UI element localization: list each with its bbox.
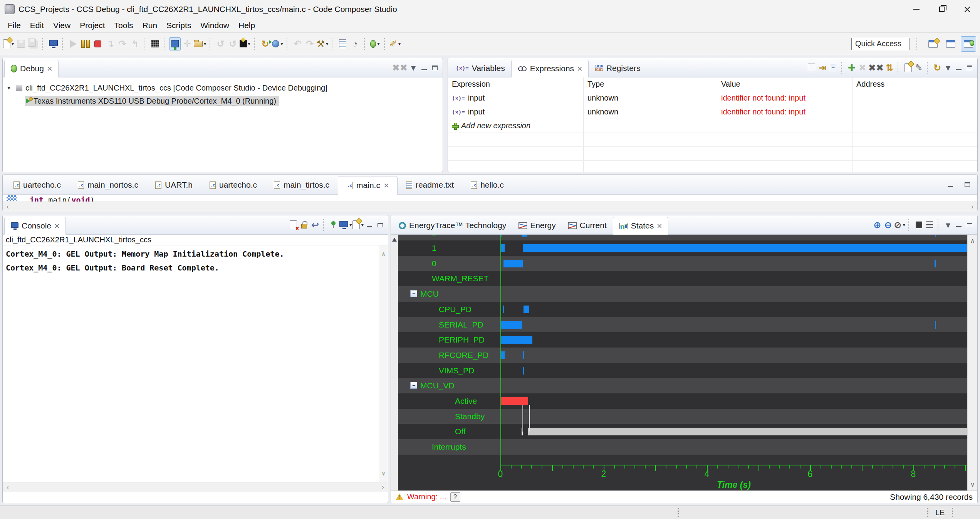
expander-icon[interactable]: ▾ (5, 84, 13, 91)
step-back-icon[interactable]: ↶ (292, 37, 304, 50)
tab-current[interactable]: Current (562, 217, 613, 234)
profile-clock-icon[interactable]: ◔ (349, 37, 361, 50)
flash-device-icon[interactable]: ▾ (240, 37, 251, 50)
tab-variables[interactable]: (×)=Variables (450, 59, 511, 77)
state-row-serial-pd[interactable]: SERIAL_PD (398, 317, 967, 333)
show-logical-structure-icon[interactable] (807, 62, 817, 74)
debug-tree-item[interactable]: ▾cli_ftd_CC26X2R1_LAUNCHXL_tirtos_ccs [C… (5, 81, 441, 94)
minimize-window-button[interactable] (904, 0, 929, 18)
show-console-view-icon[interactable] (47, 37, 59, 50)
edit-expression-icon[interactable]: ✎ (914, 62, 924, 74)
editor-tab-uartecho-c[interactable]: .cuartecho.c (5, 176, 69, 194)
scroll-right-icon[interactable]: › (382, 483, 384, 491)
tab-energy[interactable]: Energy (512, 217, 562, 234)
menu-help[interactable]: Help (234, 20, 260, 31)
expression-row[interactable]: (×)=inputunknownidentifier not found: in… (448, 91, 977, 105)
console-output[interactable]: Cortex_M4_0: GEL Output: Memory Map Init… (3, 245, 388, 482)
close-icon[interactable] (384, 183, 389, 188)
menu-project[interactable]: Project (75, 20, 109, 31)
reset-cpu-icon[interactable]: ↻ (260, 37, 271, 50)
dropdown-icon[interactable]: ▾ (280, 41, 283, 47)
view-menu-icon[interactable]: ▾ (943, 62, 953, 74)
ccs-edit-perspective-icon[interactable] (943, 36, 958, 52)
maximize-icon[interactable] (375, 219, 385, 231)
add-expression-icon[interactable]: ✚ (847, 62, 857, 74)
connect-target-icon[interactable] (169, 37, 181, 50)
dropdown-icon[interactable]: ▾ (326, 41, 329, 47)
expression-row[interactable]: (×)=inputunknownidentifier not found: in… (448, 105, 977, 119)
tree-view-icon[interactable]: ☰ (925, 219, 935, 231)
menu-view[interactable]: View (49, 20, 75, 31)
new-rendering-window-icon[interactable] (903, 62, 913, 74)
close-window-button[interactable] (955, 0, 980, 18)
minimize-icon[interactable] (419, 62, 429, 74)
zoom-in-icon[interactable]: ⊕ (872, 219, 882, 231)
state-row-active[interactable]: Active (398, 393, 967, 409)
state-row-off[interactable]: Off (398, 424, 967, 439)
states-chart[interactable]: ∧∨ 210WARM_RESET−MCUCPU_PDSERIAL_PDPERIP… (391, 235, 977, 490)
scripting-console-icon[interactable] (337, 37, 349, 50)
state-row-periph-pd[interactable]: PERIPH_PD (398, 332, 967, 348)
collapse-all-icon[interactable]: − (828, 62, 838, 74)
state-row-1[interactable]: 1 (398, 240, 967, 256)
load-program-icon[interactable]: ▾ (194, 37, 206, 50)
zoom-fit-icon[interactable]: ⊘▾ (894, 219, 905, 231)
maximize-icon[interactable] (965, 62, 975, 74)
remove-all-terminated-icon[interactable]: ✖✖ (392, 62, 408, 74)
scroll-right-icon[interactable]: › (971, 203, 973, 211)
tab-debug[interactable]: Debug (4, 60, 59, 77)
console-hscrollbar[interactable]: ‹ › (3, 482, 388, 492)
save-icon[interactable] (15, 37, 27, 50)
menu-window[interactable]: Window (196, 20, 234, 31)
pin-console-icon[interactable] (329, 219, 339, 231)
editor-tab-uartecho-c[interactable]: .cuartecho.c (201, 176, 265, 194)
collapse-icon[interactable]: − (410, 382, 417, 389)
menu-scripts[interactable]: Scripts (162, 20, 196, 31)
state-row-interrupts[interactable]: Interrupts (398, 439, 967, 455)
resume-icon[interactable] (67, 37, 79, 50)
menu-edit[interactable]: Edit (25, 20, 49, 31)
column-header-expression[interactable]: Expression (448, 77, 584, 91)
minimize-icon[interactable] (945, 178, 956, 191)
menu-file[interactable]: File (3, 20, 25, 31)
maximize-icon[interactable] (962, 178, 973, 191)
help-button[interactable]: ? (450, 492, 460, 502)
step-into-icon[interactable]: ↴ (104, 37, 116, 50)
highlight-wand-icon[interactable]: ✐▾ (389, 37, 401, 50)
menu-run[interactable]: Run (138, 20, 162, 31)
editor-tab-main-nortos-c[interactable]: .cmain_nortos.c (69, 176, 147, 194)
state-row-0[interactable]: 0 (398, 256, 967, 271)
step-forward-icon[interactable]: ↷ (304, 37, 316, 50)
ccs-debug-perspective-icon[interactable] (961, 36, 976, 52)
chart-vscrollbar[interactable]: ∧∨ (967, 235, 977, 490)
scroll-up-icon[interactable]: ∧ (970, 237, 975, 244)
measurement-settings-icon[interactable] (914, 219, 924, 231)
column-header-type[interactable]: Type (584, 77, 717, 91)
tab-expressions[interactable]: Expressions (511, 60, 589, 77)
open-perspective-icon[interactable] (925, 36, 941, 52)
core-select-icon[interactable]: ▾ (272, 37, 284, 50)
dropdown-icon[interactable]: ▾ (12, 41, 14, 47)
editor-tab-main-tirtos-c[interactable]: .cmain_tirtos.c (265, 176, 338, 194)
dropdown-icon[interactable]: ▾ (361, 222, 364, 228)
editor-hscrollbar[interactable]: ‹ › (3, 202, 977, 211)
suspend-icon[interactable] (80, 37, 91, 50)
restart-debug-icon[interactable]: ↺ (227, 37, 239, 50)
quick-access-input[interactable]: Quick Access (851, 38, 910, 50)
minimize-icon[interactable] (954, 62, 964, 74)
dropdown-icon[interactable]: ▾ (248, 41, 250, 47)
scroll-up-icon[interactable]: ∧ (382, 247, 385, 261)
build-icon[interactable]: ⚒▾ (317, 37, 329, 50)
state-row-mcu[interactable]: −MCU (398, 286, 967, 302)
scroll-left-icon[interactable]: ‹ (7, 483, 9, 491)
statusbar-grip[interactable] (951, 508, 953, 517)
step-over-icon[interactable]: ↷ (117, 37, 128, 50)
editor-content-sliver[interactable]: int main(void) (3, 195, 977, 202)
state-row-rfcore-pd[interactable]: RFCORE_PD (398, 348, 967, 363)
view-menu-icon[interactable]: ▾ (943, 219, 953, 231)
tab-registers[interactable]: 10100101Registers (589, 59, 646, 77)
state-row-2[interactable]: 2 (398, 235, 967, 240)
new-file-icon[interactable]: ▾ (3, 37, 14, 50)
scroll-down-icon[interactable]: ∨ (382, 467, 385, 480)
editor-tab-uart-h[interactable]: .cUART.h (147, 176, 201, 194)
